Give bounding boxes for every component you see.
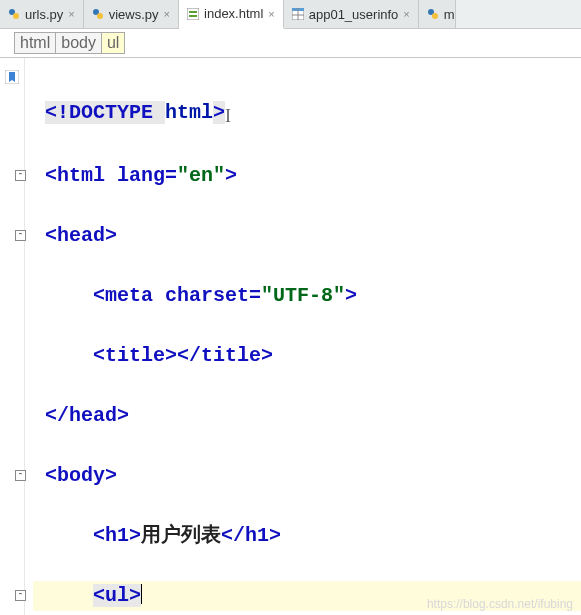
tab-label: app01_userinfo (309, 7, 399, 22)
code-line: <title></title> (33, 341, 581, 371)
caret (141, 584, 142, 604)
fold-icon[interactable]: - (15, 470, 26, 481)
tab-label: index.html (204, 6, 263, 21)
close-icon[interactable]: × (403, 8, 409, 20)
crumb-ul[interactable]: ul (102, 32, 125, 54)
breadcrumb: html body ul (0, 29, 581, 58)
svg-rect-5 (189, 11, 197, 13)
python-icon (92, 8, 104, 20)
editor-area: <!DOCTYPE html>I -<html lang="en"> -<hea… (0, 58, 581, 615)
svg-point-3 (97, 13, 103, 19)
code-line: </head> (33, 401, 581, 431)
code-line: <h1>用户列表</h1> (33, 521, 581, 551)
code-line: -<body> (33, 461, 581, 491)
tab-label: m (444, 7, 455, 22)
svg-rect-6 (189, 15, 197, 17)
table-icon (292, 8, 304, 20)
code-editor[interactable]: <!DOCTYPE html>I -<html lang="en"> -<hea… (25, 58, 581, 615)
close-icon[interactable]: × (268, 8, 274, 20)
close-icon[interactable]: × (68, 8, 74, 20)
bookmark-icon[interactable] (5, 70, 19, 84)
tab-overflow[interactable]: m (419, 0, 456, 28)
editor-tabs: urls.py × views.py × index.html × app01_… (0, 0, 581, 29)
python-icon (8, 8, 20, 20)
fold-icon[interactable]: - (15, 170, 26, 181)
tab-urls-py[interactable]: urls.py × (0, 0, 84, 28)
close-icon[interactable]: × (164, 8, 170, 20)
tab-index-html[interactable]: index.html × (179, 0, 284, 29)
crumb-html[interactable]: html (14, 32, 56, 54)
fold-icon[interactable]: - (15, 590, 26, 601)
crumb-body[interactable]: body (56, 32, 102, 54)
svg-point-1 (13, 13, 19, 19)
fold-icon[interactable]: - (15, 230, 26, 241)
svg-point-12 (432, 13, 438, 19)
html-icon (187, 8, 199, 20)
tab-label: urls.py (25, 7, 63, 22)
svg-rect-4 (187, 8, 199, 20)
text-cursor-icon: I (225, 101, 231, 131)
python-icon (427, 8, 439, 20)
code-line: <!DOCTYPE html>I (33, 98, 581, 131)
code-line: <meta charset="UTF-8"> (33, 281, 581, 311)
tab-views-py[interactable]: views.py × (84, 0, 179, 28)
tab-app01-userinfo[interactable]: app01_userinfo × (284, 0, 419, 28)
gutter (0, 58, 25, 615)
code-line: -<head> (33, 221, 581, 251)
code-line: -<html lang="en"> (33, 161, 581, 191)
watermark: https://blog.csdn.net/ifubing (427, 597, 573, 611)
tab-label: views.py (109, 7, 159, 22)
